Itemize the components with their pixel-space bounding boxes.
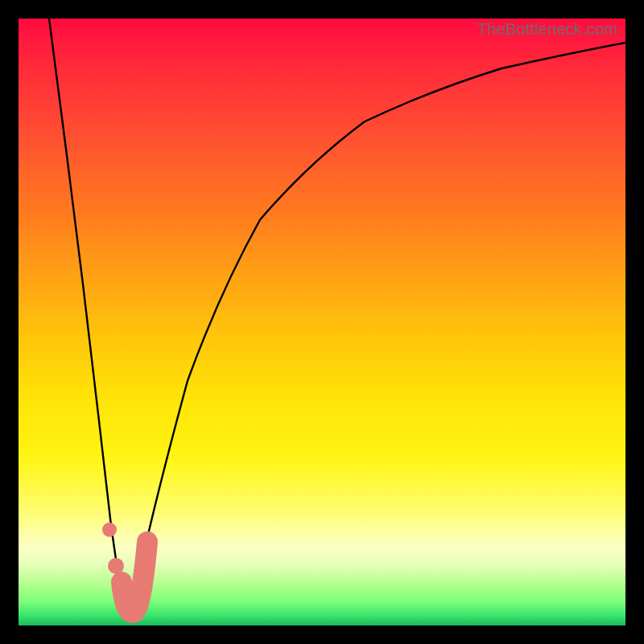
watermark-text: TheBottleneck.com — [477, 20, 617, 39]
chart-frame: TheBottleneck.com — [0, 0, 644, 644]
marker-dot-lower — [108, 558, 124, 574]
plot-area: TheBottleneck.com — [19, 19, 625, 625]
chart-overlay — [19, 19, 625, 625]
marker-hook — [122, 542, 147, 613]
bottleneck-curve — [49, 19, 625, 616]
marker-dot-upper — [102, 522, 117, 537]
